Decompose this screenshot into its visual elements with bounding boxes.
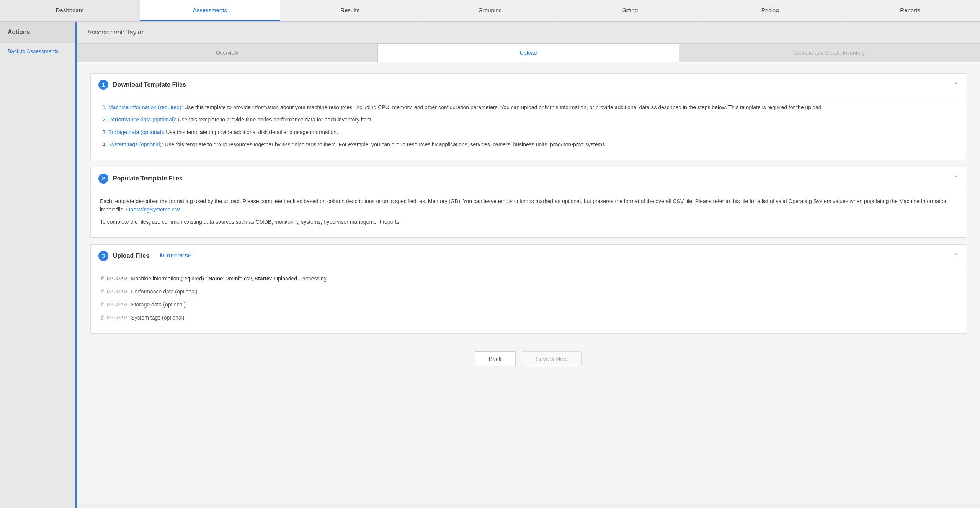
- tab-pricing[interactable]: Pricing: [700, 0, 840, 21]
- machine-upload-label: Machine information (required) :: [131, 275, 207, 282]
- system-tags-text: Use this template to group resources tog…: [163, 141, 606, 147]
- save-next-button[interactable]: Save & Next: [522, 351, 582, 366]
- upload-tags-icon: ⇧: [100, 315, 105, 321]
- upload-perf-icon: ⇧: [100, 288, 105, 295]
- section-download-title: 1 Download Template Files: [98, 80, 186, 90]
- tab-reports[interactable]: Reports: [840, 0, 980, 21]
- refresh-label: REFRESH: [167, 253, 192, 259]
- section-download: 1 Download Template Files ⌃ Machine info…: [90, 73, 966, 160]
- tags-upload-label: System tags (optional): [131, 315, 184, 321]
- upload-row-tags: ⇧ UPLOAD System tags (optional): [100, 313, 957, 322]
- section-populate-body: Each template describes the formatting u…: [91, 190, 966, 237]
- machine-status: Uploaded, Processing: [274, 275, 327, 282]
- refresh-button[interactable]: ↻ REFRESH: [159, 252, 192, 259]
- tab-dashboard[interactable]: Dashboard: [0, 0, 140, 21]
- section-number-1: 1: [98, 80, 108, 90]
- upload-row-machine: ⇧ UPLOAD Machine information (required) …: [100, 274, 957, 283]
- storage-upload-label: Storage data (optional): [131, 302, 185, 308]
- download-item-1: Machine information (required): Use this…: [108, 103, 957, 111]
- storage-data-link[interactable]: Storage data (optional):: [108, 129, 164, 135]
- section-populate: 2 Populate Template Files ⌃ Each templat…: [90, 167, 966, 238]
- subtab-overview[interactable]: Overview: [77, 44, 378, 62]
- download-item-3: Storage data (optional): Use this templa…: [108, 128, 957, 136]
- section-upload-body: ⇧ UPLOAD Machine information (required) …: [91, 267, 966, 333]
- section-download-header: 1 Download Template Files ⌃: [91, 74, 966, 96]
- machine-info-text: Use this template to provide information…: [183, 104, 823, 110]
- perf-data-text: Use this template to provide time-series…: [176, 116, 372, 123]
- content-area: Assessment: Taylor Overview Upload Valid…: [77, 22, 980, 508]
- bottom-actions: Back Save & Next: [90, 341, 966, 374]
- tab-grouping[interactable]: Grouping: [420, 0, 560, 21]
- back-button[interactable]: Back: [475, 351, 516, 366]
- top-nav: Dashboard Assessments Results Grouping S…: [0, 0, 980, 22]
- upload-perf-label: UPLOAD: [107, 289, 127, 294]
- section-download-chevron[interactable]: ⌃: [953, 81, 958, 88]
- tab-results[interactable]: Results: [280, 0, 420, 21]
- upload-machine-label: UPLOAD: [107, 276, 127, 281]
- section-populate-label: Populate Template Files: [113, 175, 183, 182]
- inner-content: 1 Download Template Files ⌃ Machine info…: [77, 62, 980, 504]
- upload-perf-button[interactable]: ⇧ UPLOAD: [100, 287, 127, 296]
- upload-storage-button[interactable]: ⇧ UPLOAD: [100, 300, 127, 309]
- sub-tabs: Overview Upload Validate and Create Inve…: [77, 44, 980, 62]
- tab-assessments[interactable]: Assessments: [140, 0, 280, 21]
- download-item-4: System tags (optional): Use this templat…: [108, 140, 957, 149]
- operating-systems-link[interactable]: OperatingSystems.csv: [126, 206, 180, 213]
- perf-data-link[interactable]: Performance data (optional):: [108, 116, 176, 123]
- upload-machine-icon: ⇧: [100, 275, 105, 282]
- section-populate-header: 2 Populate Template Files ⌃: [91, 167, 966, 190]
- section-populate-title: 2 Populate Template Files: [98, 174, 183, 184]
- machine-info-link[interactable]: Machine information (required):: [108, 104, 183, 110]
- upload-tags-label: UPLOAD: [107, 315, 127, 320]
- system-tags-link[interactable]: System tags (optional):: [108, 141, 163, 147]
- populate-para-2: To complete the files, use common existi…: [100, 218, 957, 226]
- subtab-validate: Validate and Create Inventory: [679, 44, 980, 62]
- section-number-2: 2: [98, 174, 108, 184]
- main-layout: Actions Back to Assessments Assessment: …: [0, 22, 980, 508]
- section-upload-header: 3 Upload Files ↻ REFRESH ⌃: [91, 245, 966, 267]
- populate-para-1: Each template describes the formatting u…: [100, 197, 957, 214]
- section-upload: 3 Upload Files ↻ REFRESH ⌃ ⇧ UP: [90, 244, 966, 334]
- section-upload-title: 3 Upload Files ↻ REFRESH: [98, 251, 192, 261]
- refresh-icon: ↻: [159, 252, 165, 259]
- perf-upload-label: Performance data (optional): [131, 288, 198, 295]
- section-number-3: 3: [98, 251, 108, 261]
- section-upload-label: Upload Files: [113, 252, 149, 259]
- machine-name-label: Name:: [208, 275, 225, 282]
- assessment-header: Assessment: Taylor: [77, 22, 980, 44]
- upload-tags-button[interactable]: ⇧ UPLOAD: [100, 313, 127, 322]
- sidebar: Actions Back to Assessments: [0, 22, 77, 508]
- subtab-upload[interactable]: Upload: [378, 44, 679, 62]
- machine-upload-info: Machine information (required) : Name: v…: [131, 275, 327, 282]
- section-populate-chevron[interactable]: ⌃: [953, 175, 958, 182]
- sidebar-header: Actions: [0, 22, 75, 43]
- upload-machine-button[interactable]: ⇧ UPLOAD: [100, 274, 127, 283]
- upload-row-storage: ⇧ UPLOAD Storage data (optional): [100, 300, 957, 309]
- section-upload-chevron[interactable]: ⌃: [953, 252, 958, 259]
- sidebar-item-back-to-assessments[interactable]: Back to Assessments: [0, 43, 75, 60]
- download-item-2: Performance data (optional): Use this te…: [108, 115, 957, 124]
- section-download-label: Download Template Files: [113, 81, 186, 88]
- machine-status-label: Status:: [255, 275, 273, 282]
- upload-row-perf: ⇧ UPLOAD Performance data (optional): [100, 287, 957, 296]
- upload-storage-icon: ⇧: [100, 302, 105, 308]
- storage-data-text: Use this template to provide additional …: [164, 129, 338, 135]
- section-download-body: Machine information (required): Use this…: [91, 96, 966, 160]
- download-list: Machine information (required): Use this…: [100, 103, 957, 149]
- tab-sizing[interactable]: Sizing: [560, 0, 700, 21]
- upload-storage-label: UPLOAD: [107, 302, 127, 307]
- machine-file-name: vmInfo.csv,: [226, 275, 253, 282]
